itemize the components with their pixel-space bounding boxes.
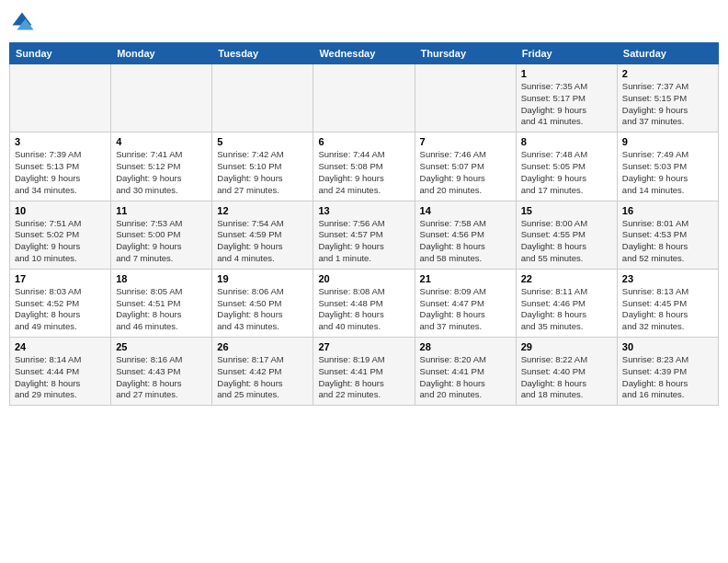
day-info: Sunrise: 8:08 AM Sunset: 4:48 PM Dayligh… [318, 286, 409, 333]
calendar-cell: 20Sunrise: 8:08 AM Sunset: 4:48 PM Dayli… [313, 269, 415, 337]
calendar-cell: 11Sunrise: 7:53 AM Sunset: 5:00 PM Dayli… [111, 201, 212, 269]
day-info: Sunrise: 8:23 AM Sunset: 4:39 PM Dayligh… [622, 354, 713, 401]
day-number: 27 [318, 341, 409, 352]
calendar-week-row: 3Sunrise: 7:39 AM Sunset: 5:13 PM Daylig… [10, 132, 719, 201]
day-info: Sunrise: 7:39 AM Sunset: 5:13 PM Dayligh… [15, 149, 106, 196]
calendar-cell: 18Sunrise: 8:05 AM Sunset: 4:51 PM Dayli… [111, 269, 212, 337]
day-number: 1 [521, 68, 612, 79]
calendar-cell: 5Sunrise: 7:42 AM Sunset: 5:10 PM Daylig… [212, 132, 313, 201]
day-number: 20 [318, 273, 409, 284]
calendar-cell: 23Sunrise: 8:13 AM Sunset: 4:45 PM Dayli… [617, 269, 718, 337]
calendar-cell: 29Sunrise: 8:22 AM Sunset: 4:40 PM Dayli… [516, 338, 617, 406]
day-number: 7 [420, 136, 511, 147]
calendar-cell: 27Sunrise: 8:19 AM Sunset: 4:41 PM Dayli… [313, 338, 415, 406]
day-number: 13 [318, 205, 409, 216]
calendar-table: SundayMondayTuesdayWednesdayThursdayFrid… [9, 42, 719, 406]
day-number: 26 [217, 341, 308, 352]
day-info: Sunrise: 7:35 AM Sunset: 5:17 PM Dayligh… [521, 81, 612, 128]
day-info: Sunrise: 7:46 AM Sunset: 5:07 PM Dayligh… [420, 149, 511, 196]
day-info: Sunrise: 8:22 AM Sunset: 4:40 PM Dayligh… [521, 354, 612, 401]
day-info: Sunrise: 8:09 AM Sunset: 4:47 PM Dayligh… [420, 286, 511, 333]
calendar-cell: 1Sunrise: 7:35 AM Sunset: 5:17 PM Daylig… [516, 64, 617, 132]
calendar-cell: 10Sunrise: 7:51 AM Sunset: 5:02 PM Dayli… [10, 201, 111, 269]
calendar-cell: 8Sunrise: 7:48 AM Sunset: 5:05 PM Daylig… [516, 132, 617, 201]
calendar-cell: 26Sunrise: 8:17 AM Sunset: 4:42 PM Dayli… [212, 338, 313, 406]
day-info: Sunrise: 8:01 AM Sunset: 4:53 PM Dayligh… [622, 218, 713, 265]
day-info: Sunrise: 8:11 AM Sunset: 4:46 PM Dayligh… [521, 286, 612, 333]
weekday-header: Friday [516, 43, 617, 64]
calendar-cell: 30Sunrise: 8:23 AM Sunset: 4:39 PM Dayli… [617, 338, 718, 406]
page-header [9, 9, 719, 35]
calendar-cell [10, 64, 111, 132]
day-info: Sunrise: 8:06 AM Sunset: 4:50 PM Dayligh… [217, 286, 308, 333]
day-info: Sunrise: 7:37 AM Sunset: 5:15 PM Dayligh… [622, 81, 713, 128]
calendar-cell: 24Sunrise: 8:14 AM Sunset: 4:44 PM Dayli… [10, 338, 111, 406]
calendar-cell: 13Sunrise: 7:56 AM Sunset: 4:57 PM Dayli… [313, 201, 415, 269]
weekday-header: Monday [111, 43, 212, 64]
day-number: 17 [15, 273, 106, 284]
calendar-cell: 25Sunrise: 8:16 AM Sunset: 4:43 PM Dayli… [111, 338, 212, 406]
day-number: 19 [217, 273, 308, 284]
day-info: Sunrise: 7:54 AM Sunset: 4:59 PM Dayligh… [217, 218, 308, 265]
calendar-cell: 19Sunrise: 8:06 AM Sunset: 4:50 PM Dayli… [212, 269, 313, 337]
day-number: 9 [622, 136, 713, 147]
calendar-cell: 6Sunrise: 7:44 AM Sunset: 5:08 PM Daylig… [313, 132, 415, 201]
day-info: Sunrise: 8:00 AM Sunset: 4:55 PM Dayligh… [521, 218, 612, 265]
day-number: 24 [15, 341, 106, 352]
day-number: 8 [521, 136, 612, 147]
day-number: 14 [420, 205, 511, 216]
day-info: Sunrise: 7:42 AM Sunset: 5:10 PM Dayligh… [217, 149, 308, 196]
day-info: Sunrise: 8:16 AM Sunset: 4:43 PM Dayligh… [116, 354, 207, 401]
weekday-header: Saturday [617, 43, 718, 64]
calendar-cell [313, 64, 415, 132]
calendar-cell [212, 64, 313, 132]
day-number: 30 [622, 341, 713, 352]
day-number: 6 [318, 136, 409, 147]
calendar-week-row: 1Sunrise: 7:35 AM Sunset: 5:17 PM Daylig… [10, 64, 719, 132]
calendar-cell: 16Sunrise: 8:01 AM Sunset: 4:53 PM Dayli… [617, 201, 718, 269]
weekday-header: Tuesday [212, 43, 313, 64]
calendar-cell: 28Sunrise: 8:20 AM Sunset: 4:41 PM Dayli… [415, 338, 516, 406]
day-info: Sunrise: 7:51 AM Sunset: 5:02 PM Dayligh… [15, 218, 106, 265]
logo [9, 9, 39, 35]
weekday-header: Sunday [10, 43, 111, 64]
day-info: Sunrise: 8:20 AM Sunset: 4:41 PM Dayligh… [420, 354, 511, 401]
day-info: Sunrise: 7:49 AM Sunset: 5:03 PM Dayligh… [622, 149, 713, 196]
day-number: 29 [521, 341, 612, 352]
day-number: 25 [116, 341, 207, 352]
calendar-cell: 14Sunrise: 7:58 AM Sunset: 4:56 PM Dayli… [415, 201, 516, 269]
day-info: Sunrise: 7:41 AM Sunset: 5:12 PM Dayligh… [116, 149, 207, 196]
day-number: 21 [420, 273, 511, 284]
day-number: 15 [521, 205, 612, 216]
calendar-cell: 7Sunrise: 7:46 AM Sunset: 5:07 PM Daylig… [415, 132, 516, 201]
day-number: 5 [217, 136, 308, 147]
calendar-cell: 17Sunrise: 8:03 AM Sunset: 4:52 PM Dayli… [10, 269, 111, 337]
calendar-cell: 12Sunrise: 7:54 AM Sunset: 4:59 PM Dayli… [212, 201, 313, 269]
day-info: Sunrise: 7:53 AM Sunset: 5:00 PM Dayligh… [116, 218, 207, 265]
day-number: 16 [622, 205, 713, 216]
weekday-header: Wednesday [313, 43, 415, 64]
calendar-week-row: 24Sunrise: 8:14 AM Sunset: 4:44 PM Dayli… [10, 338, 719, 406]
day-info: Sunrise: 7:58 AM Sunset: 4:56 PM Dayligh… [420, 218, 511, 265]
weekday-header-row: SundayMondayTuesdayWednesdayThursdayFrid… [10, 43, 719, 64]
calendar-cell: 4Sunrise: 7:41 AM Sunset: 5:12 PM Daylig… [111, 132, 212, 201]
calendar-cell: 21Sunrise: 8:09 AM Sunset: 4:47 PM Dayli… [415, 269, 516, 337]
weekday-header: Thursday [415, 43, 516, 64]
calendar-week-row: 17Sunrise: 8:03 AM Sunset: 4:52 PM Dayli… [10, 269, 719, 337]
day-info: Sunrise: 8:19 AM Sunset: 4:41 PM Dayligh… [318, 354, 409, 401]
calendar-cell [111, 64, 212, 132]
day-info: Sunrise: 8:17 AM Sunset: 4:42 PM Dayligh… [217, 354, 308, 401]
day-number: 23 [622, 273, 713, 284]
day-info: Sunrise: 8:05 AM Sunset: 4:51 PM Dayligh… [116, 286, 207, 333]
day-info: Sunrise: 8:14 AM Sunset: 4:44 PM Dayligh… [15, 354, 106, 401]
calendar-cell: 9Sunrise: 7:49 AM Sunset: 5:03 PM Daylig… [617, 132, 718, 201]
day-number: 2 [622, 68, 713, 79]
day-number: 10 [15, 205, 106, 216]
day-info: Sunrise: 7:44 AM Sunset: 5:08 PM Dayligh… [318, 149, 409, 196]
day-number: 22 [521, 273, 612, 284]
day-number: 28 [420, 341, 511, 352]
day-info: Sunrise: 8:13 AM Sunset: 4:45 PM Dayligh… [622, 286, 713, 333]
day-info: Sunrise: 8:03 AM Sunset: 4:52 PM Dayligh… [15, 286, 106, 333]
day-number: 3 [15, 136, 106, 147]
calendar-week-row: 10Sunrise: 7:51 AM Sunset: 5:02 PM Dayli… [10, 201, 719, 269]
